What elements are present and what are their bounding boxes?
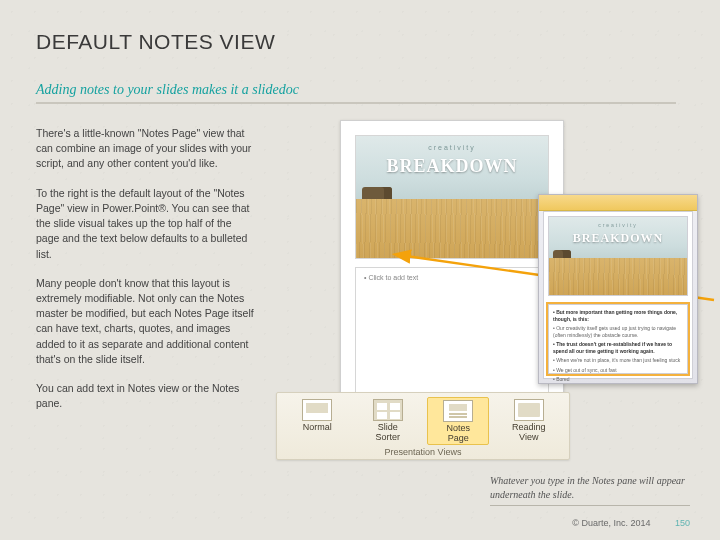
- note-line: But more important than getting more thi…: [553, 309, 683, 322]
- view-reading-view-button[interactable]: Reading View: [498, 397, 560, 445]
- notes-pane[interactable]: But more important than getting more thi…: [548, 304, 688, 374]
- copyright: © Duarte, Inc. 2014: [572, 518, 650, 528]
- view-slide-sorter-button[interactable]: Slide Sorter: [357, 397, 419, 445]
- slide-eyebrow: creativity: [356, 144, 548, 151]
- ribbon-group-label: Presentation Views: [283, 447, 563, 457]
- subtitle: Adding notes to your slides makes it a s…: [36, 82, 676, 104]
- slide-headline: BREAKDOWN: [356, 156, 548, 177]
- view-normal-button[interactable]: Normal: [286, 397, 348, 445]
- paragraph: To the right is the default layout of th…: [36, 186, 256, 262]
- note-line: The trust doesn't get re-established if …: [553, 341, 683, 354]
- page-footer: © Duarte, Inc. 2014 150: [572, 518, 690, 528]
- window-titlebar: [539, 195, 697, 211]
- note-line: Our creativity itself gets used up just …: [553, 325, 683, 338]
- slide-sorter-icon: [373, 399, 403, 421]
- view-notes-page-button[interactable]: Notes Page: [427, 397, 489, 445]
- notes-page-text-placeholder[interactable]: Click to add text: [355, 267, 549, 395]
- powerpoint-window-thumbnail: creativity BREAKDOWN But more important …: [538, 194, 698, 384]
- note-line: We get out of sync, out fast: [553, 367, 683, 374]
- paragraph: There's a little-known "Notes Page" view…: [36, 126, 256, 172]
- presentation-views-ribbon: Normal Slide Sorter Notes Page: [276, 392, 570, 460]
- button-label: Reading: [512, 422, 546, 432]
- figure-caption: Whatever you type in the Notes pane will…: [490, 474, 690, 506]
- button-label: Page: [448, 433, 469, 443]
- slide-pane: creativity BREAKDOWN: [548, 216, 688, 296]
- paragraph: Many people don't know that this layout …: [36, 276, 256, 367]
- button-label: Notes: [446, 423, 470, 433]
- note-line: Bored: [553, 376, 683, 383]
- button-label: Normal: [303, 422, 332, 432]
- notes-page-icon: [443, 400, 473, 422]
- button-label: View: [519, 432, 538, 442]
- note-line: When we're not in place, it's more than …: [553, 357, 683, 364]
- page-number: 150: [675, 518, 690, 528]
- slide-headline: BREAKDOWN: [549, 231, 687, 246]
- button-label: Slide: [378, 422, 398, 432]
- notes-page-slide-thumbnail: creativity BREAKDOWN: [355, 135, 549, 259]
- page-title: DEFAULT NOTES VIEW: [36, 30, 684, 54]
- notes-page-preview: creativity BREAKDOWN Click to add text: [340, 120, 564, 420]
- slide-eyebrow: creativity: [549, 222, 687, 228]
- reading-view-icon: [514, 399, 544, 421]
- button-label: Sorter: [375, 432, 400, 442]
- normal-view-icon: [302, 399, 332, 421]
- body-copy: There's a little-known "Notes Page" view…: [36, 126, 256, 456]
- paragraph: You can add text in Notes view or the No…: [36, 381, 256, 411]
- bullet-placeholder: Click to add text: [364, 274, 540, 281]
